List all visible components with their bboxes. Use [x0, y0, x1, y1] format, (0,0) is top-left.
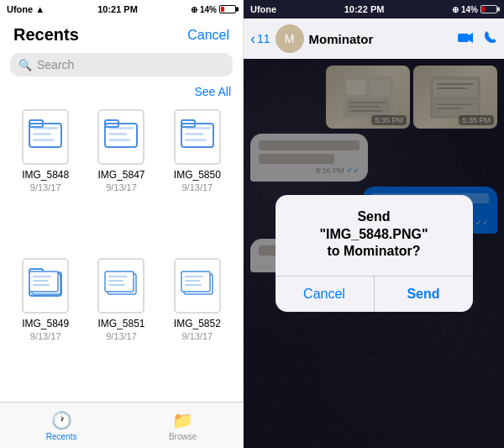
svg-rect-10 — [108, 127, 134, 129]
tab-bar: 🕐 Recents 📁 Browse — [0, 402, 243, 448]
list-item[interactable]: IMG_5848 9/13/17 — [12, 108, 79, 249]
chevron-left-icon: ‹ — [250, 30, 255, 48]
chat-area: 5:35 PM 5:35 PM — [244, 59, 504, 448]
svg-rect-38 — [185, 284, 202, 286]
svg-rect-12 — [108, 139, 130, 141]
right-time: 10:22 PM — [344, 4, 385, 14]
file-date-0: 9/13/17 — [30, 182, 61, 192]
back-count: 11 — [257, 32, 270, 45]
avatar-initial: M — [285, 32, 295, 45]
search-bar[interactable]: 🔍 Search — [10, 53, 233, 76]
svg-marker-40 — [469, 33, 473, 43]
right-status-left: Ufone — [250, 4, 276, 14]
list-item[interactable]: IMG_5847 9/13/17 — [87, 108, 155, 249]
file-icon-5 — [173, 257, 222, 314]
file-name-2: IMG_5850 — [174, 169, 221, 181]
tab-recents[interactable]: 🕐 Recents — [46, 410, 77, 441]
left-carrier: Ufone — [7, 4, 33, 14]
svg-rect-37 — [185, 280, 200, 282]
phone-call-icon[interactable] — [484, 30, 497, 48]
dialog-cancel-button[interactable]: Cancel — [276, 277, 375, 312]
right-carrier: Ufone — [250, 4, 276, 14]
search-icon: 🔍 — [18, 59, 32, 71]
dialog-send-button[interactable]: Send — [375, 277, 473, 312]
svg-rect-26 — [33, 284, 50, 286]
file-date-4: 9/13/17 — [106, 331, 137, 341]
svg-rect-31 — [108, 280, 123, 282]
dialog-content: Send "IMG_5848.PNG" to Mominator? — [276, 195, 473, 276]
right-status-bar: Ufone 10:22 PM ⊕ 14% — [244, 0, 504, 18]
avatar: M — [276, 24, 304, 53]
file-name-5: IMG_5852 — [174, 318, 221, 329]
file-icon-1 — [97, 108, 145, 166]
svg-rect-32 — [108, 284, 125, 286]
browse-tab-label: Browse — [169, 432, 197, 441]
list-item[interactable]: IMG_5852 9/13/17 — [164, 257, 231, 398]
dialog-filename: "IMG_5848.PNG" — [320, 227, 428, 241]
svg-rect-39 — [458, 34, 469, 42]
file-icon-3 — [21, 257, 70, 314]
svg-rect-30 — [108, 276, 127, 277]
file-date-1: 9/13/17 — [106, 182, 137, 192]
right-battery-pct: 14% — [461, 5, 478, 14]
search-placeholder: Search — [37, 58, 74, 71]
file-name-0: IMG_5848 — [22, 169, 69, 181]
right-panel: Ufone 10:22 PM ⊕ 14% ‹ 11 M Mominator — [244, 0, 504, 448]
left-status-right: ⊕ 14% — [191, 5, 236, 14]
svg-rect-17 — [185, 133, 203, 135]
confirm-dialog: Send "IMG_5848.PNG" to Mominator? Cancel… — [276, 195, 473, 312]
file-icon-4 — [97, 257, 145, 314]
right-status-right: ⊕ 14% — [452, 5, 497, 14]
dialog-title: Send "IMG_5848.PNG" to Mominator? — [292, 208, 456, 261]
left-panel: Ufone ▲ 10:21 PM ⊕ 14% Recents Cancel 🔍 … — [0, 0, 244, 448]
left-header: Recents Cancel — [0, 18, 243, 50]
right-battery-icon — [480, 5, 497, 13]
file-name-1: IMG_5847 — [97, 169, 144, 181]
see-all-button[interactable]: See All — [194, 85, 231, 98]
cancel-button[interactable]: Cancel — [187, 28, 229, 43]
dialog-send-text: Send — [357, 209, 390, 224]
svg-rect-5 — [33, 133, 51, 135]
svg-rect-16 — [185, 127, 210, 129]
right-header: ‹ 11 M Mominator — [244, 18, 504, 59]
left-battery-icon — [219, 5, 236, 13]
left-battery-fill — [221, 7, 224, 12]
svg-rect-6 — [33, 139, 55, 141]
right-battery-fill — [482, 7, 485, 12]
file-name-3: IMG_5849 — [22, 318, 69, 329]
svg-rect-18 — [185, 139, 207, 141]
left-battery-pct: 14% — [200, 5, 217, 14]
left-signal: ▲ — [35, 4, 45, 14]
dialog-overlay: Send "IMG_5848.PNG" to Mominator? Cancel… — [244, 59, 504, 448]
file-date-3: 9/13/17 — [30, 331, 61, 341]
video-call-icon[interactable] — [457, 30, 474, 48]
recents-title: Recents — [13, 25, 79, 45]
svg-rect-11 — [108, 133, 127, 135]
dialog-recipient: to Mominator? — [327, 244, 420, 258]
left-location-icon: ⊕ — [191, 5, 197, 14]
svg-rect-4 — [33, 127, 58, 129]
file-icon-2 — [173, 108, 222, 166]
dialog-actions: Cancel Send — [276, 276, 473, 312]
files-grid: IMG_5848 9/13/17 IMG_5847 9/13/17 — [0, 103, 243, 402]
header-actions — [457, 30, 497, 48]
file-date-5: 9/13/17 — [181, 331, 213, 341]
tab-browse[interactable]: 📁 Browse — [169, 410, 197, 441]
svg-rect-36 — [185, 276, 203, 277]
contact-name[interactable]: Mominator — [309, 32, 452, 46]
file-icon-0 — [21, 108, 70, 166]
left-status-left: Ufone ▲ — [7, 4, 45, 14]
browse-tab-icon: 📁 — [172, 410, 193, 430]
list-item[interactable]: IMG_5851 9/13/17 — [87, 257, 155, 398]
right-location-icon: ⊕ — [452, 5, 459, 14]
svg-rect-25 — [33, 280, 48, 282]
list-item[interactable]: IMG_5850 9/13/17 — [164, 108, 231, 249]
see-all-row: See All — [0, 83, 243, 103]
file-date-2: 9/13/17 — [181, 182, 213, 192]
svg-rect-24 — [33, 276, 51, 277]
left-time: 10:21 PM — [97, 4, 138, 14]
recents-tab-icon: 🕐 — [51, 410, 72, 430]
left-status-bar: Ufone ▲ 10:21 PM ⊕ 14% — [0, 0, 243, 18]
list-item[interactable]: IMG_5849 9/13/17 — [12, 257, 79, 398]
back-button[interactable]: ‹ 11 — [250, 30, 270, 48]
